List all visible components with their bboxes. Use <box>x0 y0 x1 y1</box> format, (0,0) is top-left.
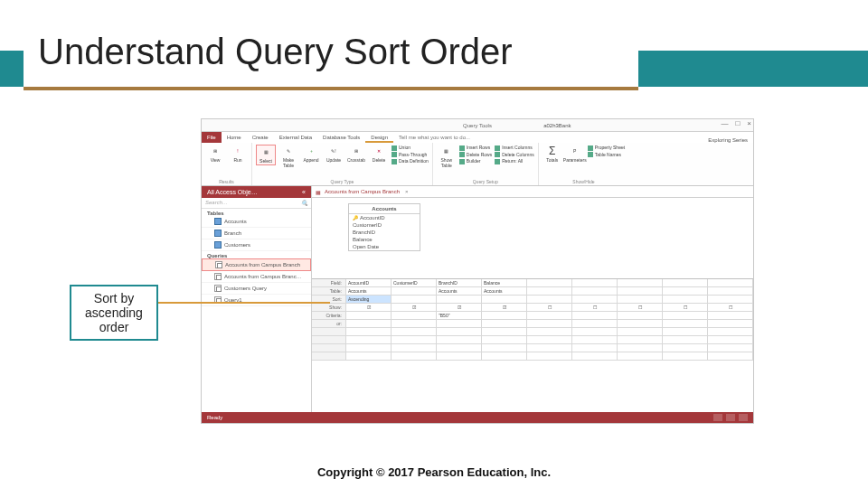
qbe-cell[interactable] <box>618 336 663 344</box>
nav-collapse-icon[interactable]: « <box>302 189 306 195</box>
query-tab[interactable]: ▦ Accounts from Campus Branch × <box>312 186 753 198</box>
union-button[interactable]: Union <box>392 145 429 151</box>
qbe-cell[interactable] <box>346 320 392 328</box>
qbe-cell[interactable]: BranchID <box>437 279 482 287</box>
qbe-cell[interactable] <box>482 296 527 304</box>
qbe-cell[interactable] <box>572 287 618 296</box>
qbe-cell[interactable] <box>708 344 753 352</box>
datasheet-view-icon[interactable] <box>713 414 722 421</box>
data-definition-button[interactable]: Data Definition <box>392 158 429 164</box>
qbe-cell[interactable] <box>527 279 572 287</box>
nav-item-customers[interactable]: Customers <box>202 239 311 251</box>
append-button[interactable]: ＋ Append <box>301 145 321 164</box>
qbe-cell[interactable] <box>618 352 663 361</box>
field-customerid[interactable]: CustomerID <box>349 221 420 229</box>
table-diagram-pane[interactable]: Accounts AccountID CustomerID BranchID B… <box>312 198 753 279</box>
qbe-cell[interactable] <box>572 320 618 328</box>
qbe-cell[interactable] <box>482 344 527 352</box>
return-all-button[interactable]: Return: All <box>495 158 534 164</box>
qbe-cell[interactable] <box>618 344 663 352</box>
qbe-cell[interactable]: ☐ <box>663 304 708 312</box>
qbe-cell[interactable] <box>572 328 618 336</box>
run-button[interactable]: ! Run <box>228 145 248 164</box>
qbe-cell[interactable] <box>392 296 437 304</box>
qbe-cell[interactable] <box>392 287 437 296</box>
design-view-icon[interactable] <box>739 414 748 421</box>
qbe-cell[interactable] <box>663 328 708 336</box>
qbe-cell[interactable] <box>618 296 663 304</box>
field-accountid[interactable]: AccountID <box>349 214 420 221</box>
qbe-cell[interactable] <box>572 312 618 320</box>
qbe-cell[interactable] <box>572 279 618 287</box>
qbe-cell[interactable]: ☑ <box>392 304 437 312</box>
minimize-button[interactable]: — <box>721 119 728 127</box>
qbe-cell[interactable]: ☑ <box>346 304 392 312</box>
nav-item-accounts-campus-branch[interactable]: Accounts from Campus Branch <box>202 258 311 271</box>
qbe-cell[interactable] <box>346 352 392 361</box>
qbe-cell[interactable] <box>437 344 482 352</box>
tab-database-tools[interactable]: Database Tools <box>317 132 365 143</box>
qbe-cell[interactable] <box>527 312 572 320</box>
passthrough-button[interactable]: Pass-Through <box>392 152 429 158</box>
qbe-cell[interactable] <box>346 336 392 344</box>
qbe-cell[interactable]: Ascending <box>346 296 392 304</box>
qbe-cell[interactable] <box>437 328 482 336</box>
make-table-button[interactable]: ✎ Make Table <box>278 145 298 168</box>
qbe-cell[interactable] <box>618 312 663 320</box>
qbe-cell[interactable]: ☐ <box>527 304 572 312</box>
qbe-cell[interactable] <box>663 312 708 320</box>
qbe-cell[interactable] <box>437 296 482 304</box>
qbe-cell[interactable] <box>618 279 663 287</box>
delete-query-button[interactable]: ✕ Delete <box>369 145 389 164</box>
qbe-cell[interactable]: ☐ <box>708 304 753 312</box>
qbe-cell[interactable] <box>527 287 572 296</box>
qbe-cell[interactable] <box>663 352 708 361</box>
qbe-cell[interactable] <box>392 312 437 320</box>
qbe-cell[interactable] <box>572 336 618 344</box>
sql-view-icon[interactable] <box>726 414 735 421</box>
builder-button[interactable]: Builder <box>459 158 492 164</box>
qbe-cell[interactable] <box>346 312 392 320</box>
qbe-cell[interactable]: ☑ <box>437 304 482 312</box>
tab-design[interactable]: Design <box>365 132 393 143</box>
qbe-cell[interactable] <box>663 320 708 328</box>
qbe-grid[interactable]: Field:AccountIDCustomerIDBranchIDBalance… <box>312 279 753 361</box>
nav-item-accounts-campus-branch-2[interactable]: Accounts from Campus Branc… <box>202 271 311 283</box>
qbe-cell[interactable] <box>392 352 437 361</box>
qbe-cell[interactable] <box>572 344 618 352</box>
qbe-cell[interactable]: "B50" <box>437 312 482 320</box>
qbe-cell[interactable]: Accounts <box>437 287 482 296</box>
qbe-cell[interactable] <box>663 296 708 304</box>
qbe-cell[interactable] <box>572 296 618 304</box>
qbe-cell[interactable] <box>527 344 572 352</box>
nav-search[interactable]: Search… 🔍 <box>202 198 311 209</box>
qbe-cell[interactable] <box>346 328 392 336</box>
qbe-cell[interactable] <box>618 328 663 336</box>
qbe-cell[interactable] <box>618 320 663 328</box>
qbe-cell[interactable] <box>572 352 618 361</box>
tab-file[interactable]: File <box>202 132 222 143</box>
maximize-button[interactable]: □ <box>735 119 740 127</box>
signin-label[interactable]: Exploring Series <box>708 137 753 143</box>
qbe-cell[interactable] <box>527 336 572 344</box>
qbe-cell[interactable]: Accounts <box>482 287 527 296</box>
qbe-cell[interactable] <box>708 287 753 296</box>
qbe-cell[interactable] <box>708 336 753 344</box>
delete-columns-button[interactable]: Delete Columns <box>495 152 534 158</box>
qbe-cell[interactable]: ☑ <box>482 304 527 312</box>
qbe-cell[interactable] <box>482 320 527 328</box>
update-button[interactable]: ✎! Update <box>324 145 344 164</box>
view-button[interactable]: ⊞ View <box>205 145 225 164</box>
qbe-cell[interactable] <box>708 320 753 328</box>
qbe-cell[interactable]: ☐ <box>572 304 618 312</box>
nav-group-tables[interactable]: Tables <box>202 209 311 216</box>
qbe-cell[interactable] <box>482 328 527 336</box>
query-tab-close-icon[interactable]: × <box>405 189 409 194</box>
qbe-cell[interactable] <box>527 320 572 328</box>
field-balance[interactable]: Balance <box>349 236 420 243</box>
nav-item-query1[interactable]: Query1 <box>202 295 311 306</box>
qbe-cell[interactable] <box>437 320 482 328</box>
tell-me-box[interactable]: Tell me what you want to do... <box>393 132 476 143</box>
delete-rows-button[interactable]: Delete Rows <box>459 152 492 158</box>
qbe-cell[interactable] <box>708 279 753 287</box>
